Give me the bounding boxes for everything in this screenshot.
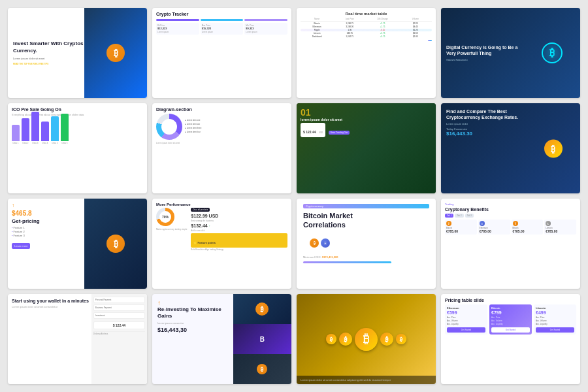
slide13-wallet-image: Personal Payment Business Payment Invest… (91, 294, 147, 384)
benefit-btc2-icon: ₿ (513, 221, 518, 226)
tag-1: Disc. all products (191, 208, 210, 212)
slide-find-compare: Find and Compare The Best Cryptocurrency… (441, 103, 580, 193)
slide1-image: ₿ (84, 8, 147, 98)
benefit-eth-icon: Ξ (480, 221, 485, 226)
slide13-delivery: Delivery Address (93, 331, 145, 335)
slide3-title: Real time market table (301, 12, 432, 16)
slide-cryptonary-benefits: Trading Cryptonary Benefits Tab 1 Tab 2 … (441, 199, 580, 289)
slide7-title: lorem ipsum dolor sit amet (301, 118, 432, 122)
feature-points-box: ⭐ Feature points (191, 233, 287, 248)
feature-subtitle: Bold Resolution Algo trading Strategy (191, 248, 287, 251)
coin-large: ₿ (355, 328, 378, 351)
slide-reinvesting: ↑ Re-Investing To Maximise Gains lorem i… (152, 294, 291, 384)
benefit-btc-icon: ₿ (446, 221, 451, 226)
price-row-1: $122.99 USD (191, 214, 287, 218)
slide-grid: Invest Smarter With Cryptos Currency. Lo… (0, 0, 588, 392)
slide8-image: ₿ (529, 129, 578, 168)
tracker-card-2: Max Price $15,323 Lorem ipsum (201, 23, 244, 35)
bar-1 (12, 125, 20, 141)
benefits-tab-3[interactable]: Tab 3 (465, 214, 474, 218)
pricing-col-litecoin: Litecoin €499 Acc. Price Acc. Volume Acc… (534, 304, 576, 335)
benefit-card-2: Ξ Ethereum €785.00 (478, 220, 510, 235)
ico-bar-chart: Data 1 Data 2 Data 3 Data 4 Data 5 Data … (12, 122, 143, 144)
slide11-stats: Minimum ICEX: $173,411,000 (303, 255, 429, 259)
price-row-2: $132.44 ↑ (191, 223, 287, 228)
pricing-cta-eth[interactable]: Get Started (447, 327, 485, 333)
pricing-cta-btc[interactable]: Get Started (491, 327, 530, 333)
price-main-1: $122.99 USD (191, 214, 218, 218)
slide9-cta-button[interactable]: Learn more (12, 243, 30, 249)
pricing-col-bitcoin: Bitcoin €799 Acc. Price Acc. Volume Acc.… (489, 304, 532, 335)
slide4-subtitle: Satoshi Nakamoto (446, 58, 523, 61)
bitcoin-coin-icon: ₿ (106, 44, 125, 62)
slide11-coins: ₿ Ξ (303, 233, 429, 253)
tracker-card-3: Min Price $9,323 Lorem ipsum (244, 23, 287, 35)
feature-title: Feature points (197, 241, 216, 244)
correlation-bar (303, 261, 391, 263)
pricing-columns: Ethereum €599 Acc. Price Acc. Volume Acc… (445, 304, 576, 335)
slide9-price: $465.8 (12, 210, 84, 217)
bitcoin-icon-strip2: ₿ (257, 364, 267, 374)
coin-small-2: ₿ (396, 334, 406, 344)
coin-small-1: ₿ (326, 334, 336, 344)
performance-circle: 70% (156, 208, 174, 226)
slide10-title: More Performance (156, 203, 287, 206)
coins-visual: ₿ ₿ ₿ ₿ ₿ (297, 294, 436, 384)
slide-get-pricing: ↑ $465.8 Get-pricing Feature 1 Feature 2… (8, 199, 147, 289)
table-row: Ethereum 3,248.00 +1.75 $4.40 (301, 25, 432, 28)
ethereum-icon-correlation: Ξ (321, 238, 330, 248)
slide5-title: ICO Pre Sale Going On (12, 107, 143, 112)
slide-diagram: Diagram-section ● Lorem item one ● Lorem… (152, 103, 291, 193)
price-main-2: $132.44 (191, 223, 207, 228)
slide8-subtitle: Lorem ipsum dolor (446, 122, 530, 125)
tag-items: Disc. all products (191, 208, 287, 212)
slide-invest-smarter: Invest Smarter With Cryptos Currency. Lo… (8, 8, 147, 98)
slide-pricing-table: Pricing table slide Ethereum €599 Acc. P… (441, 294, 580, 384)
bar-3 (31, 112, 39, 141)
slide4-title: Digital Currency Is Going to Be a Very P… (446, 44, 523, 56)
slide11-title: Bitcoin MarketCorrelations (303, 211, 429, 230)
bitcoin-yellow-icon: ₿ (544, 139, 563, 157)
coin-medium-1: ₿ (339, 333, 352, 346)
slide-crypto-tracker: Crypto Tracker Bit Price $12,323 Lorem i… (152, 8, 291, 98)
pricing-cta-ltc[interactable]: Get Started (536, 327, 574, 333)
benefits-tab-2[interactable]: Tab 2 (455, 214, 463, 218)
slide15-desc: Lorem ipsum dolor sit amet consectetur a… (301, 378, 432, 382)
benefit-card-4: Ł Litecoin €785.00 (544, 220, 576, 235)
slide12-title: Cryptonary Benefits (445, 207, 576, 212)
slide16-title: Pricing table slide (445, 298, 576, 302)
slide8-title: Find and Compare The Best Cryptocurrency… (446, 108, 530, 120)
slide14-title: Re-Investing To Maximise Gains (157, 306, 228, 320)
bar-6 (61, 114, 69, 141)
tracker-bar-3 (244, 19, 287, 21)
slide4-image: ₿ (525, 8, 580, 98)
donut-chart (156, 114, 182, 140)
bar-5 (51, 116, 59, 141)
slide1-subtitle: Lorem ipsum dolor sit amet (13, 57, 84, 60)
benefits-tabs: Tab 1 Tab 2 Tab 3 (445, 214, 576, 218)
slide8-rate: $16,443.30 (446, 131, 530, 137)
slide14-image-strip: ₿ B ₿ (233, 294, 291, 384)
slide15-overlay: Lorem ipsum dolor sit amet consectetur a… (297, 376, 436, 384)
market-table-header: Name Last Price 24h Change Volume (301, 18, 432, 22)
market-table-button[interactable] (428, 40, 432, 41)
tracker-card-1: Bit Price $12,323 Lorem ipsum (156, 23, 199, 35)
table-row: Ripple 1.96 -0.15 $1.20 (301, 29, 432, 31)
slide7-trending: News Trending One (329, 131, 350, 135)
slide7-number: 01 (301, 107, 432, 118)
slide14-subtitle: lorem ipsum consectur (157, 321, 228, 325)
slide-performance: More Performance 70% Make cryptocurrency… (152, 199, 291, 289)
slide9-title: Get-pricing (12, 218, 84, 224)
benefit-card-3: ₿ Bitcoin €785.00 (512, 220, 544, 235)
slide7-price-tag: $ 122.44 USD (301, 123, 325, 137)
slide1-title: Invest Smarter With Cryptos Currency. (13, 41, 84, 54)
bar-4 (41, 122, 49, 141)
slide6-desc: Lorem ipsum dolor sit amet (156, 142, 287, 144)
bar-2 (22, 118, 29, 141)
bitcoin-icon-correlation: ₿ (310, 238, 319, 248)
bitcoin-glowing-icon: ₿ (542, 42, 563, 63)
perf-subtitle: Make cryptocurrency trading simple (156, 228, 187, 231)
benefits-tab-1[interactable]: Tab 1 (445, 214, 453, 218)
slide-coins-image: ₿ ₿ ₿ ₿ ₿ Lorem ipsum dolor sit amet con… (297, 294, 436, 384)
diagram-area: ● Lorem item one ● Lorem item two ● Lore… (156, 114, 287, 140)
